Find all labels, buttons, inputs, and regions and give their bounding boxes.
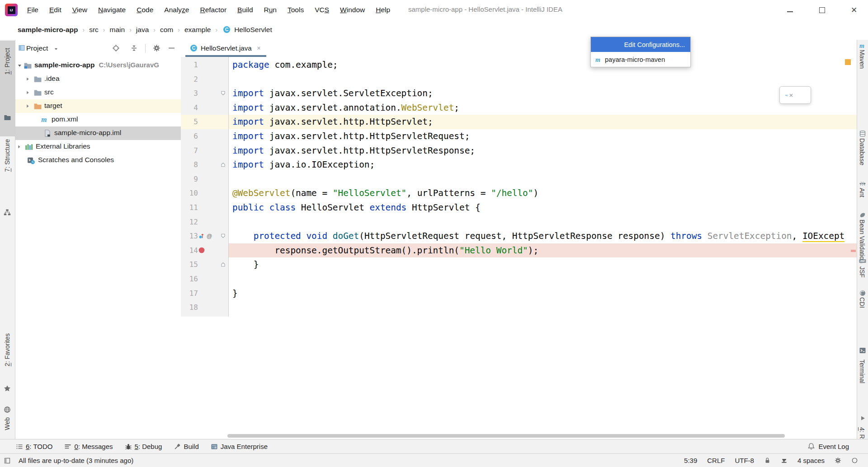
stripe-button-ant[interactable]: Ant [859,188,866,197]
stripe-button-2-favorites[interactable]: 2: Favorites [4,333,11,366]
gutter-row-14[interactable]: 14 [181,243,228,258]
menu-item-navigate[interactable]: Navigate [93,4,131,16]
toolwindow-button-build[interactable]: Build [174,443,198,450]
fold-down-icon[interactable] [220,90,226,97]
menu-item-help[interactable]: Help [370,4,396,16]
gutter-row-11[interactable]: 11 [181,201,228,215]
breadcrumb-item-src[interactable]: src [88,25,99,35]
gutter-row-18[interactable]: 18 [181,300,228,315]
toolwindow-toggle-icon[interactable] [4,457,11,464]
gutter-row-6[interactable]: 6 [181,129,228,144]
project-view-caret-icon[interactable] [53,46,59,51]
tree-chevron-icon[interactable] [24,89,31,96]
stripe-button-1-project[interactable]: 1: Project [4,48,11,75]
highlighting-level-icon[interactable] [835,457,841,464]
gutter-row-2[interactable]: 2 [181,72,228,87]
minimize-button[interactable] [782,5,797,15]
breadcrumb-item-helloservlet[interactable]: HelloServlet [233,25,273,35]
code-pane[interactable]: package com.example;import javax.servlet… [229,57,857,439]
menu-item-code[interactable]: Code [131,4,159,16]
menu-item-tools[interactable]: Tools [282,4,309,16]
popup-item-payara-micro-maven[interactable]: mpayara-micro-maven [591,52,690,67]
toolwindow-button-5-debug[interactable]: 5: Debug [125,443,162,450]
fold-up-icon[interactable] [220,261,226,268]
tree-chevron-icon[interactable] [24,103,31,109]
widget-close-icon[interactable] [788,92,794,98]
editor-area[interactable]: C HelloServlet.java 12345678910111213@14… [181,40,857,439]
fold-down-icon[interactable] [220,233,226,239]
breakpoint-icon[interactable] [198,247,205,254]
gutter-row-17[interactable]: 17 [181,286,228,301]
tree-chevron-icon[interactable] [24,76,31,82]
menu-item-file[interactable]: File [22,4,44,16]
gutter-row-10[interactable]: 10 [181,186,228,201]
chevron-down-icon[interactable] [53,46,59,51]
maximize-button[interactable] [814,5,830,15]
line-separator-widget[interactable]: CRLF [707,457,725,464]
menu-item-view[interactable]: View [67,4,93,16]
indent-widget[interactable]: 4 spaces [797,457,825,464]
breadcrumb-item-com[interactable]: com [159,25,174,35]
close-button[interactable]: ✕ [846,5,862,15]
gutter-row-9[interactable]: 9 [181,172,228,187]
locate-button-icon[interactable] [112,44,120,52]
editor-gutter[interactable]: 12345678910111213@1415161718 [181,57,229,317]
stripe-button-database[interactable]: Database [859,138,866,165]
encoding-widget[interactable]: UTF-8 [735,457,754,464]
caret-position-widget[interactable]: 5:39 [684,457,697,464]
close-tab-icon[interactable] [256,45,262,51]
gutter-row-4[interactable]: 4 [181,101,228,115]
maven-sync-icon[interactable]: m [785,91,794,100]
gutter-row-13[interactable]: 13@ [181,229,228,243]
status-tool-icon[interactable] [781,457,788,464]
event-log-button[interactable]: Event Log [807,439,849,453]
stripe-button-terminal[interactable]: Terminal [859,360,866,383]
stripe-button-maven[interactable]: Maven [859,50,866,69]
tree-item-scratches-and-consoles[interactable]: Scratches and Consoles [15,154,181,167]
tree-item-pom-xml[interactable]: mpom.xml [15,113,181,126]
gutter-row-12[interactable]: 12 [181,215,228,229]
menu-item-edit[interactable]: Edit [44,4,67,16]
tree-item-sample-micro-app-iml[interactable]: sample-micro-app.iml [15,126,181,140]
gear-button-icon[interactable] [153,44,160,52]
inspection-profile-icon[interactable] [851,457,858,464]
tree-item--idea[interactable]: .idea [15,72,181,86]
hide-button-icon[interactable] [168,44,175,52]
breadcrumb-item-sample-micro-app[interactable]: sample-micro-app [17,25,79,35]
tree-item-src[interactable]: src [15,86,181,99]
collapse-all-button-icon[interactable] [130,44,138,52]
gutter-row-15[interactable]: 15 [181,257,228,272]
breadcrumb-item-main[interactable]: main [109,25,126,35]
stripe-button-7-structure[interactable]: 7: Structure [4,139,11,172]
gutter-row-3[interactable]: 3 [181,86,228,101]
horizontal-scrollbar[interactable] [227,434,785,438]
menu-item-vcs[interactable]: VCS [309,4,335,16]
editor-tab-helloservlet[interactable]: C HelloServlet.java [185,40,266,56]
tree-item-external-libraries[interactable]: External Libraries [15,140,181,154]
stripe-button-web[interactable]: Web [4,417,11,430]
toolwindow-button-0-messages[interactable]: 0: Messages [64,443,113,450]
gutter-row-5[interactable]: 5 [181,115,228,129]
fold-up-icon[interactable] [220,161,226,168]
menu-item-analyze[interactable]: Analyze [159,4,194,16]
toolwindow-toggle-icon[interactable] [4,457,11,464]
menu-item-refactor[interactable]: Refactor [194,4,232,16]
gutter-row-8[interactable]: 8 [181,158,228,172]
breadcrumb-item-example[interactable]: example [184,25,212,35]
gutter-row-7[interactable]: 7 [181,144,228,158]
tree-chevron-icon[interactable] [16,62,23,69]
tree-item-target[interactable]: target [15,99,181,113]
tree-chevron-icon[interactable] [16,144,22,150]
stripe-button-bean-validation[interactable]: Bean Validation [859,219,866,263]
menu-item-window[interactable]: Window [335,4,370,16]
tree-item-sample-micro-app[interactable]: sample-micro-appC:\Users\jGauravG [15,59,181,72]
tab-close-icon[interactable] [256,45,262,51]
maven-sync-icon[interactable]: m [785,91,794,100]
toolwindow-button-6-todo[interactable]: 6: TODO [16,443,52,450]
stripe-button-cdi[interactable]: CDI [859,297,866,308]
popup-item-edit-configurations[interactable]: Edit Configurations... [591,37,690,52]
breadcrumb-item-java[interactable]: java [135,25,150,35]
gutter-row-1[interactable]: 1 [181,58,228,72]
toolwindow-button-java-enterprise[interactable]: Java Enterprise [211,443,268,450]
inspection-status-square[interactable] [845,59,851,65]
